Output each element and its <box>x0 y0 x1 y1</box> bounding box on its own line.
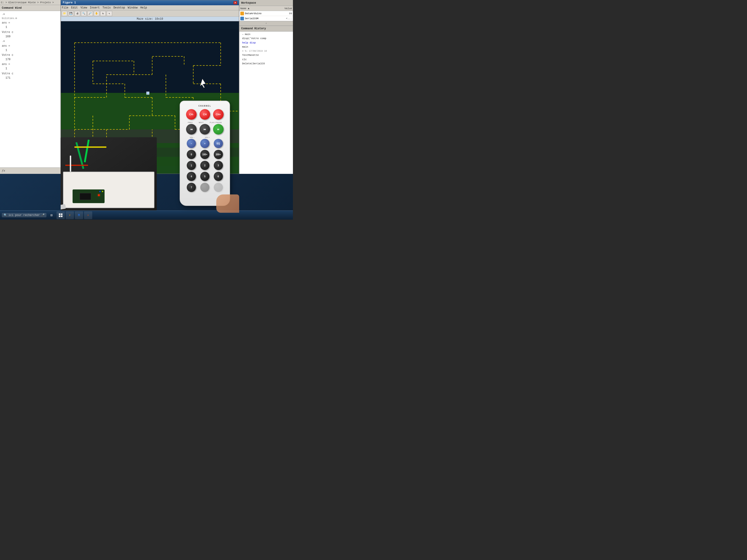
cmd-ans-3: ans = 1 <box>2 44 58 53</box>
menu-file[interactable]: File <box>62 6 69 9</box>
taskbar-app-matlab2[interactable]: ✈ <box>84 211 92 219</box>
remote-playpause[interactable]: ⏯ <box>213 124 224 134</box>
arduino-nano <box>73 189 105 203</box>
remote-control-body: CHANNEL CH- CH CH+ PREV NEXT PLAY/PAUSE … <box>180 101 230 206</box>
led-green <box>102 191 103 192</box>
remote-channel-row: CH- CH CH+ <box>185 109 225 119</box>
workspace-name-serialcom: SerialCOM <box>245 17 273 20</box>
menu-tools[interactable]: Tools <box>103 6 111 9</box>
taskbar-app-2[interactable]: ⚡ <box>66 211 74 219</box>
wire-yellow <box>74 146 106 148</box>
command-content: .m bilities.m ans = 1 Votre c 169 .m ans… <box>0 11 60 167</box>
vol-minus-label: VOL- <box>190 136 195 138</box>
menu-window[interactable]: Window <box>128 6 137 9</box>
workspace-collapse[interactable]: ‹ <box>239 21 293 26</box>
remote-8[interactable] <box>200 183 209 192</box>
workspace-col-value: Value <box>272 7 292 10</box>
remote-100plus[interactable]: 100+ <box>200 150 209 159</box>
remote-prev[interactable]: ⏮ <box>186 124 197 134</box>
usb-cable <box>61 204 66 210</box>
remote-next[interactable]: ⏭ <box>200 124 210 134</box>
history-clc[interactable]: clc <box>241 57 291 62</box>
toolbar-rotate[interactable]: ↻ <box>100 11 106 16</box>
remote-6[interactable]: 6 <box>214 172 223 181</box>
command-history-header: Command History <box>239 26 293 32</box>
toolbar-cursor[interactable]: ↖ <box>107 11 112 16</box>
remote-4[interactable]: 4 <box>187 172 196 181</box>
toolbar-save[interactable]: 💾 <box>68 11 74 16</box>
next-label: NEXT <box>199 122 203 124</box>
toolbar-print[interactable]: 🖨 <box>75 11 80 16</box>
arduino-chip <box>80 193 91 200</box>
remote-ch[interactable]: CH <box>200 109 210 119</box>
wire-red <box>65 165 88 166</box>
taskbar-app-1[interactable] <box>56 211 65 219</box>
cmd-ans-4: ans = 1 <box>2 62 58 71</box>
history-main[interactable]: main <box>241 45 291 49</box>
search-icon: 🔍 <box>4 213 7 217</box>
cmd-votre-2: Votre c 170 <box>2 53 58 62</box>
remote-2[interactable]: 2 <box>200 161 209 170</box>
toolbar-pan[interactable]: ✋ <box>94 11 99 16</box>
svg-rect-8 <box>61 213 62 215</box>
workspace-value-dataarduino: 99 <box>273 12 292 15</box>
breadcrumb: C: > Electronique Mixte > Projets > <box>0 0 60 5</box>
vol-plus-label: VOL+ <box>205 136 210 138</box>
remote-9[interactable] <box>214 183 223 192</box>
toolbar-open[interactable]: 📁 <box>62 11 67 16</box>
remote-eq[interactable]: EQ <box>214 139 223 148</box>
taskbar-app-matlab[interactable]: M <box>75 211 83 219</box>
workspace-value-serialcom: <... <box>273 17 292 20</box>
matlab-icon-2: ✈ <box>87 213 89 217</box>
remote-channel-label: CHANNEL <box>185 105 225 107</box>
matlab-icon: M <box>78 213 80 217</box>
mic-icon: 🎤 <box>41 213 45 217</box>
history-help-disp[interactable]: help disp <box>241 41 291 45</box>
command-history-content: – main disp('Votre comp help disp main ≡… <box>239 32 293 174</box>
workspace-item-dataarduino[interactable]: DataArduino 99 <box>239 11 293 16</box>
cmd-entry: .m bilities.m <box>2 12 58 20</box>
toolbar-zoom-in[interactable]: 🔍 <box>81 11 86 16</box>
workspace-columns: Name ▲ Value <box>239 6 293 11</box>
remote-5[interactable]: 5 <box>200 172 209 181</box>
svg-rect-0 <box>61 29 239 93</box>
history-delete[interactable]: Delete(SerialCO <box>241 61 291 66</box>
maze-size-label: Maze size: 10x10 <box>137 18 163 21</box>
wire-green-2 <box>84 139 89 162</box>
remote-hundred-row: 0 100+ 200+ <box>185 150 225 159</box>
menu-edit[interactable]: Edit <box>71 6 78 9</box>
workspace-icon-dataarduino <box>240 12 244 15</box>
remote-200plus[interactable]: 200+ <box>214 150 223 159</box>
remote-ch-minus[interactable]: CH- <box>186 109 197 119</box>
remote-transport-labels: PREV NEXT PLAY/PAUSE <box>185 122 225 124</box>
menu-view[interactable]: View <box>81 6 87 9</box>
cmd-ans-2: .m <box>2 39 58 44</box>
taskbar-start[interactable]: ⊞ <box>47 211 56 219</box>
remote-ch-plus[interactable]: CH+ <box>213 109 224 119</box>
history-testmanette[interactable]: TestManette <box>241 53 291 57</box>
fx-icon: ƒx <box>2 169 5 172</box>
command-window-label: Command Wind <box>2 6 22 9</box>
taskbar-app-icon-2: ⚡ <box>69 213 71 217</box>
taskbar: 🔍 ici pour rechercher 🎤 ⊞ ⚡ M ✈ <box>0 210 293 220</box>
breadboard-base <box>63 171 154 208</box>
menu-desktop[interactable]: Desktop <box>113 6 125 9</box>
figure-close-button[interactable]: × <box>233 1 237 4</box>
breadcrumb-text: C: > Electronique Mixte > Projets > <box>1 1 54 4</box>
history-date: ≡ %– 17/08/2019 10 <box>241 49 291 53</box>
remote-vol-plus[interactable]: + <box>200 139 209 148</box>
menu-help[interactable]: Help <box>140 6 147 9</box>
remote-vol-labels: VOL- VOL+ <box>185 136 225 138</box>
remote-3[interactable]: 3 <box>214 161 223 170</box>
remote-vol-minus[interactable]: − <box>187 139 196 148</box>
toolbar-zoom-out[interactable]: 🔎 <box>87 11 93 16</box>
menu-insert[interactable]: Insert <box>90 6 100 9</box>
remote-7[interactable]: 7 <box>187 183 196 192</box>
taskbar-search[interactable]: 🔍 ici pour rechercher 🎤 <box>2 213 47 217</box>
history-disp[interactable]: disp('Votre comp <box>241 36 291 41</box>
svg-rect-9 <box>59 215 60 217</box>
remote-0[interactable]: 0 <box>187 150 196 159</box>
workspace-item-serialcom[interactable]: SerialCOM <... <box>239 16 293 21</box>
remote-1[interactable]: 1 <box>187 161 196 170</box>
figure-toolbar: 📁 💾 🖨 🔍 🔎 ✋ ↻ ↖ <box>61 10 239 17</box>
